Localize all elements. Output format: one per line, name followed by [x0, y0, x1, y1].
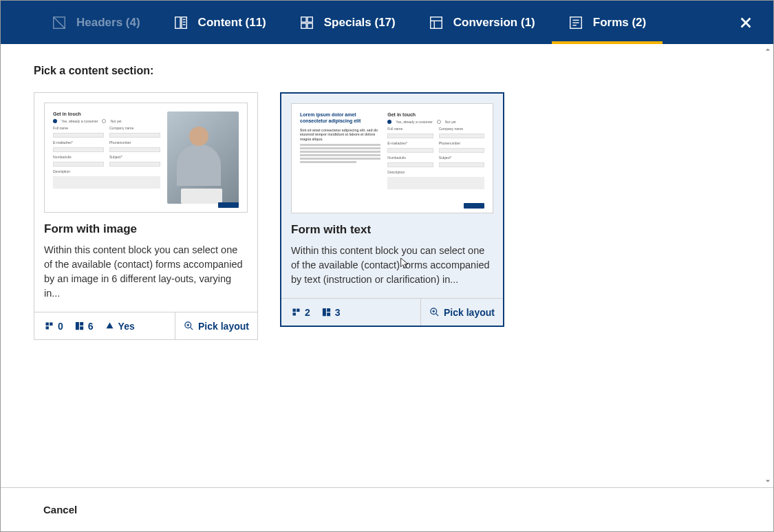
magnifier-plus-icon: [184, 321, 194, 331]
svg-rect-8: [308, 17, 312, 21]
card-description: Within this content block you can select…: [44, 243, 248, 301]
stat-mirrorable: Yes: [105, 321, 135, 332]
tab-bar: Headers (4) Content (11) Specials (17) C…: [1, 1, 773, 44]
mirror-icon: [105, 321, 115, 331]
cards-row: Get in touch Yes, already a customerNot …: [34, 92, 740, 340]
svg-line-1: [54, 17, 65, 28]
stat-presets: 0: [44, 321, 63, 332]
specials-icon: [299, 15, 314, 30]
scrollbar-down-icon[interactable]: [764, 477, 772, 485]
footer: Cancel: [1, 487, 773, 531]
card-title: Form with image: [44, 222, 248, 236]
tab-content-label: Content (11): [198, 16, 266, 30]
svg-rect-11: [430, 17, 442, 28]
tab-forms-label: Forms (2): [593, 16, 646, 30]
presets-icon: [44, 321, 54, 331]
tab-specials-label: Specials (17): [324, 16, 396, 30]
section-title: Pick a content section:: [34, 65, 740, 77]
card-form-with-image[interactable]: Get in touch Yes, already a customerNot …: [34, 92, 258, 340]
tab-content[interactable]: Content (11): [157, 1, 283, 44]
pick-layout-button[interactable]: Pick layout: [175, 312, 257, 339]
stat-presets: 2: [291, 307, 310, 318]
close-button[interactable]: [732, 1, 760, 44]
pick-layout-button[interactable]: Pick layout: [420, 299, 503, 326]
card-form-with-text[interactable]: Lorem ipsum dolor amet consectetur adipi…: [280, 92, 504, 327]
card-preview: Lorem ipsum dolor amet consectetur adipi…: [291, 103, 493, 213]
svg-rect-3: [182, 17, 186, 28]
pv-lorem-sub: Sint sit amet consectetur adipiscing eli…: [300, 128, 380, 142]
card-title: Form with text: [291, 223, 493, 237]
stat-layouts: 3: [321, 307, 341, 318]
tab-forms[interactable]: Forms (2): [552, 1, 663, 44]
card-footer: 0 6 Yes Pick layout: [34, 312, 257, 339]
content-icon: [173, 15, 189, 30]
tab-conversion-label: Conversion (1): [453, 16, 535, 30]
content-body: Pick a content section: Get in touch Yes…: [1, 44, 773, 487]
layouts-icon: [321, 307, 332, 317]
tab-specials[interactable]: Specials (17): [283, 1, 412, 44]
presets-icon: [291, 307, 301, 317]
card-description: Within this content block you can select…: [291, 244, 493, 287]
tab-conversion[interactable]: Conversion (1): [412, 1, 552, 44]
stat-layouts: 6: [74, 321, 94, 332]
scrollbar-up-icon[interactable]: [764, 45, 772, 54]
pv-heading: Get in touch: [53, 111, 160, 116]
svg-rect-9: [301, 23, 306, 28]
scrollbar[interactable]: [764, 45, 772, 485]
cancel-button[interactable]: Cancel: [43, 504, 77, 515]
layouts-icon: [74, 321, 85, 331]
card-footer: 2 3 Pick layout: [281, 298, 503, 326]
conversion-icon: [429, 15, 444, 30]
pv-lorem-title: Lorem ipsum dolor amet consectetur adipi…: [300, 112, 380, 125]
forms-icon: [568, 15, 583, 30]
svg-line-21: [190, 327, 193, 330]
svg-rect-2: [175, 17, 180, 28]
svg-rect-7: [301, 17, 306, 21]
headers-icon: [52, 15, 67, 30]
svg-line-25: [436, 313, 438, 316]
preview-image: [167, 111, 239, 204]
card-preview: Get in touch Yes, already a customerNot …: [44, 103, 248, 213]
close-icon: [738, 15, 753, 30]
svg-rect-10: [308, 23, 312, 28]
tab-headers-label: Headers (4): [76, 16, 140, 30]
tab-headers[interactable]: Headers (4): [35, 1, 157, 44]
magnifier-plus-icon: [429, 307, 440, 317]
